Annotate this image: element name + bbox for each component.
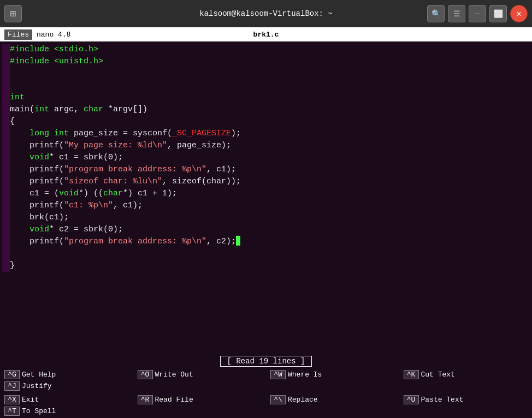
- code-text: #include <unistd.h>: [10, 56, 103, 68]
- shortcut-key: ^U: [404, 395, 419, 404]
- code-text: void: [29, 224, 49, 236]
- shortcut-label: Get Help: [22, 371, 56, 379]
- files-label[interactable]: Files: [4, 29, 32, 40]
- code-text: int: [10, 92, 25, 104]
- code-text: char: [103, 188, 123, 200]
- shortcut-exit[interactable]: ^X Exit: [0, 394, 133, 405]
- sidebar-marker: [2, 56, 10, 68]
- text-cursor: [236, 236, 240, 246]
- code-text: "sizeof char: %lu\n": [64, 176, 162, 188]
- shortcut-label: Cut Text: [421, 371, 455, 379]
- shortcut-bar-2: ^X Exit ^R Read File ^\ Replace ^U Paste…: [0, 393, 532, 418]
- sidebar-marker: [2, 116, 10, 128]
- sidebar-marker: [2, 260, 10, 272]
- code-text: page_size = sysconf(: [69, 128, 172, 140]
- code-line: brk(c1);: [0, 212, 532, 224]
- window-title: kalsoom@kalsoom-VirtualBox: ~: [199, 9, 333, 18]
- maximize-button[interactable]: ⬜: [489, 5, 507, 22]
- code-line: main(int argc, char *argv[]): [0, 104, 532, 116]
- shortcut-where-is[interactable]: ^W Where Is: [266, 369, 399, 380]
- code-text: printf(: [10, 176, 64, 188]
- sidebar-marker: [2, 176, 10, 188]
- shortcut-key: ^\: [270, 395, 286, 404]
- code-text: );: [231, 128, 241, 140]
- code-text: }: [10, 260, 15, 272]
- sidebar-marker: [2, 44, 10, 56]
- shortcut-label: Read File: [155, 396, 193, 404]
- shortcut-read-file[interactable]: ^R Read File: [133, 394, 267, 405]
- code-text: int: [34, 104, 49, 116]
- code-line: printf("c1: %p\n", c1);: [0, 200, 532, 212]
- nano-filename: brk1.c: [253, 31, 279, 39]
- code-text: void: [59, 188, 79, 200]
- shortcut-key: ^W: [270, 370, 286, 379]
- code-line: void* c2 = sbrk(0);: [0, 224, 532, 236]
- code-line: printf("program break address: %p\n", c1…: [0, 164, 532, 176]
- code-text: * c2 = sbrk(0);: [49, 224, 123, 236]
- code-text: , page_size);: [167, 140, 231, 152]
- code-text: _SC_PAGESIZE: [172, 128, 231, 140]
- sidebar-marker: [2, 80, 10, 92]
- shortcut-justify[interactable]: ^J Justify: [0, 380, 133, 392]
- code-editor[interactable]: #include <stdio.h> #include <unistd.h> i…: [0, 41, 532, 355]
- title-bar: ⊞ kalsoom@kalsoom-VirtualBox: ~ 🔍 ☰ — ⬜ …: [0, 0, 532, 27]
- sidebar-marker: [2, 68, 10, 80]
- shortcut-to-spell[interactable]: ^T To Spell: [0, 405, 133, 417]
- sidebar-marker: [2, 212, 10, 224]
- shortcut-key: ^R: [138, 395, 153, 404]
- shortcut-cut-text[interactable]: ^K Cut Text: [399, 369, 533, 380]
- sidebar-marker: [2, 152, 10, 164]
- code-text: "program break address: %p\n": [64, 164, 206, 176]
- code-text: "c1: %p\n": [64, 200, 113, 212]
- code-line: [0, 248, 532, 260]
- shortcut-label: Exit: [22, 396, 39, 404]
- code-line: {: [0, 116, 532, 128]
- menu-button[interactable]: ☰: [448, 5, 465, 22]
- code-text: {: [10, 116, 15, 128]
- close-button[interactable]: ✕: [510, 5, 528, 22]
- code-text: [10, 128, 29, 140]
- shortcut-key: ^J: [4, 381, 20, 391]
- code-line: printf("program break address: %p\n", c2…: [0, 236, 532, 248]
- minimize-button[interactable]: —: [469, 5, 486, 22]
- shortcut-key: ^G: [4, 370, 20, 379]
- code-text: , c1);: [113, 200, 143, 212]
- sidebar-marker: [2, 128, 10, 140]
- code-text: c1 = (: [10, 188, 59, 200]
- sidebar-marker: [2, 140, 10, 152]
- search-button[interactable]: 🔍: [427, 5, 445, 22]
- code-text: "program break address: %p\n": [64, 236, 206, 248]
- code-text: printf(: [10, 164, 64, 176]
- code-line: #include <stdio.h>: [0, 44, 532, 56]
- status-text: [ Read 19 lines ]: [220, 356, 312, 367]
- shortcut-paste-text[interactable]: ^U Paste Text: [399, 394, 533, 405]
- shortcut-label: To Spell: [22, 407, 56, 415]
- shortcut-key: ^K: [404, 370, 419, 379]
- code-text: brk(c1);: [10, 212, 69, 224]
- code-line: int: [0, 92, 532, 104]
- code-text: [10, 224, 29, 236]
- sidebar-marker: [2, 248, 10, 260]
- code-text: *) c1 + 1);: [123, 188, 177, 200]
- title-bar-left: ⊞: [4, 5, 22, 22]
- code-line: }: [0, 260, 532, 272]
- shortcut-key: ^X: [4, 395, 20, 404]
- code-line: [0, 80, 532, 92]
- shortcut-replace[interactable]: ^\ Replace: [266, 394, 399, 405]
- code-text: , c1);: [206, 164, 236, 176]
- shortcut-write-out[interactable]: ^O Write Out: [133, 369, 267, 380]
- code-text: printf(: [10, 140, 64, 152]
- new-tab-button[interactable]: ⊞: [4, 5, 22, 22]
- code-text: printf(: [10, 236, 64, 248]
- shortcut-label: Replace: [288, 396, 318, 404]
- nano-header: Files nano 4.8 brk1.c: [0, 27, 532, 41]
- window-controls: 🔍 ☰ — ⬜ ✕: [427, 5, 528, 22]
- code-line: c1 = (void*) ((char*) c1 + 1);: [0, 188, 532, 200]
- shortcut-get-help[interactable]: ^G Get Help: [0, 369, 133, 380]
- code-line: long int page_size = sysconf(_SC_PAGESIZ…: [0, 128, 532, 140]
- shortcut-label: Paste Text: [421, 396, 464, 404]
- sidebar-marker: [2, 224, 10, 236]
- shortcut-label: Write Out: [155, 371, 193, 379]
- status-message: [ Read 19 lines ]: [0, 355, 532, 368]
- status-area: [ Read 19 lines ] ^G Get Help ^O Write O…: [0, 355, 532, 418]
